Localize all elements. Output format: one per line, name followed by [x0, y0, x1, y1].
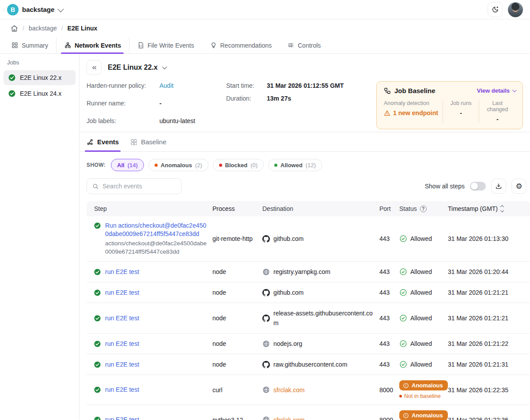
- search-input[interactable]: [102, 183, 176, 190]
- step-action-ref: actions/checkout@de0fac2e4500dabe0009e67…: [105, 239, 207, 256]
- network-events-table: Step Process Destination Port Status ? T…: [87, 201, 530, 420]
- user-avatar[interactable]: [508, 2, 523, 17]
- filter-blocked[interactable]: Blocked(0): [213, 159, 264, 171]
- file-icon: [137, 42, 144, 49]
- allowed-check-icon: [399, 268, 407, 276]
- job-timing: Start time: 31 Mar 2026 01:12:55 GMT Dur…: [226, 82, 344, 102]
- destination-domain[interactable]: github.com: [273, 288, 303, 297]
- tab-file-write-events[interactable]: File Write Events: [129, 37, 202, 53]
- status-allowed: Allowed: [399, 360, 443, 368]
- chevron-down-icon: [58, 6, 64, 12]
- app-window: B backstage / backstage / E2E Linux Summ…: [0, 0, 530, 420]
- table-settings-button[interactable]: ⚙: [511, 179, 526, 194]
- status-anomalous: Anomalous Not in baseline: [399, 410, 443, 420]
- port-value: 443: [379, 315, 399, 322]
- destination-domain[interactable]: github.com: [273, 234, 303, 244]
- step-success-icon: [94, 386, 101, 394]
- timestamp-value: 31 Mar 2026 01:13:30: [448, 235, 530, 242]
- filter-anomalous[interactable]: Anomalous(2): [148, 159, 208, 171]
- step-success-icon: [94, 416, 101, 420]
- jobs-sidebar-title: Jobs: [4, 59, 76, 70]
- status-allowed: Allowed: [399, 314, 443, 322]
- last-changed-stat: Last changed -: [479, 100, 515, 123]
- process-name: git-remote-http: [212, 235, 262, 242]
- step-link[interactable]: Run actions/checkout@de0fac2e4500dabe000…: [105, 221, 207, 238]
- table-row: run E2E test node raw.githubusercontent.…: [87, 354, 530, 375]
- filter-all[interactable]: All(14): [111, 159, 144, 171]
- timestamp-value: 31 Mar 2026 01:22:36: [448, 416, 530, 420]
- breadcrumb-current: E2E Linux: [68, 25, 98, 32]
- workflow-icon: [384, 87, 391, 94]
- runner-name-value: -: [159, 100, 195, 112]
- breadcrumb-separator: /: [61, 25, 63, 32]
- process-name: python3.12: [212, 416, 262, 420]
- anomalous-badge[interactable]: Anomalous: [399, 410, 448, 420]
- show-all-steps-label: Show all steps: [425, 183, 465, 190]
- status-anomalous: Anomalous Not in baseline: [399, 380, 443, 399]
- chevron-down-icon: [512, 88, 517, 92]
- chevrons-left-icon: [91, 64, 98, 71]
- sidebar-item-e2e-linux-22[interactable]: E2E Linux 22.x: [4, 70, 76, 85]
- step-link[interactable]: run E2E test: [105, 314, 139, 322]
- download-icon: [495, 183, 502, 190]
- timestamp-sort-header[interactable]: Timestamp (GMT): [448, 205, 530, 212]
- tab-recommendations[interactable]: Recommendations: [202, 37, 280, 53]
- collapse-sidebar-button[interactable]: [87, 60, 102, 75]
- port-value: 8000: [379, 416, 399, 420]
- breadcrumb-separator: /: [23, 25, 24, 32]
- sitemap-icon: [64, 42, 71, 49]
- tab-network-events[interactable]: Network Events: [56, 37, 129, 53]
- step-link[interactable]: run E2E test: [105, 416, 139, 420]
- status-help-icon[interactable]: ?: [420, 206, 427, 212]
- tab-summary[interactable]: Summary: [4, 37, 56, 53]
- dark-mode-button[interactable]: [488, 2, 503, 17]
- tab-controls[interactable]: Controls: [280, 37, 329, 53]
- timestamp-value: 31 Mar 2026 01:22:35: [448, 386, 530, 394]
- search-icon: [92, 183, 99, 190]
- anomaly-detection-stat: Anomaly detection 1 new endpoint: [384, 100, 443, 123]
- job-title-dropdown[interactable]: E2E Linux 22.x: [108, 64, 166, 71]
- table-row: run E2E test node release-assets.githubu…: [87, 303, 530, 334]
- step-link[interactable]: run E2E test: [105, 289, 139, 297]
- share-nodes-icon: [87, 139, 94, 146]
- step-link[interactable]: run E2E test: [105, 268, 139, 276]
- duration-value: 13m 27s: [267, 95, 344, 102]
- destination-domain[interactable]: raw.githubusercontent.com: [273, 360, 347, 369]
- step-success-icon: [94, 340, 101, 348]
- show-all-steps-toggle[interactable]: [470, 182, 486, 191]
- step-link[interactable]: run E2E test: [105, 340, 139, 348]
- home-icon[interactable]: [11, 25, 18, 32]
- org-switcher[interactable]: B backstage: [7, 4, 62, 15]
- tab-events[interactable]: Events: [87, 132, 119, 151]
- timestamp-value: 31 Mar 2026 01:20:44: [448, 268, 530, 275]
- step-success-icon: [94, 315, 101, 322]
- policy-audit-link[interactable]: Audit: [159, 82, 174, 89]
- breadcrumb-org-link[interactable]: backstage: [29, 25, 57, 32]
- destination-domain[interactable]: registry.yarnpkg.com: [273, 267, 330, 277]
- step-link[interactable]: run E2E test: [105, 360, 139, 369]
- tab-baseline[interactable]: Baseline: [130, 132, 167, 151]
- destination-domain[interactable]: sfrclak.com: [273, 385, 305, 395]
- destination-domain[interactable]: nodejs.org: [273, 339, 302, 349]
- port-value: 443: [379, 361, 399, 368]
- destination-domain[interactable]: release-assets.githubusercontent.com: [273, 308, 374, 328]
- table-row: run E2E test node github.com 443 Allowed…: [87, 282, 530, 303]
- port-value: 8000: [379, 386, 399, 394]
- chevron-down-icon: [162, 64, 167, 69]
- status-allowed: Allowed: [399, 289, 443, 296]
- process-name: node: [212, 268, 262, 275]
- anomalous-badge[interactable]: Anomalous: [399, 380, 448, 390]
- table-header: Step Process Destination Port Status ? T…: [87, 201, 530, 216]
- table-row: run E2E test curl sfrclak.com 8000 Anoma…: [87, 375, 530, 405]
- process-name: node: [212, 289, 262, 296]
- not-in-baseline-note: Not in baseline: [399, 393, 443, 399]
- filter-allowed[interactable]: Allowed(12): [268, 159, 322, 171]
- exclamation-circle-icon: [403, 382, 409, 389]
- sidebar-item-e2e-linux-24[interactable]: E2E Linux 24.x: [4, 86, 76, 101]
- destination-domain[interactable]: sfrclak.com: [273, 415, 305, 420]
- download-button[interactable]: [491, 179, 506, 194]
- view-details-link[interactable]: View details: [477, 87, 515, 94]
- status-filter-group: SHOW: All(14) Anomalous(2) Blocked(0) Al…: [80, 152, 530, 171]
- step-link[interactable]: run E2E test: [105, 386, 139, 394]
- detail-tab-bar: Events Baseline: [80, 132, 530, 152]
